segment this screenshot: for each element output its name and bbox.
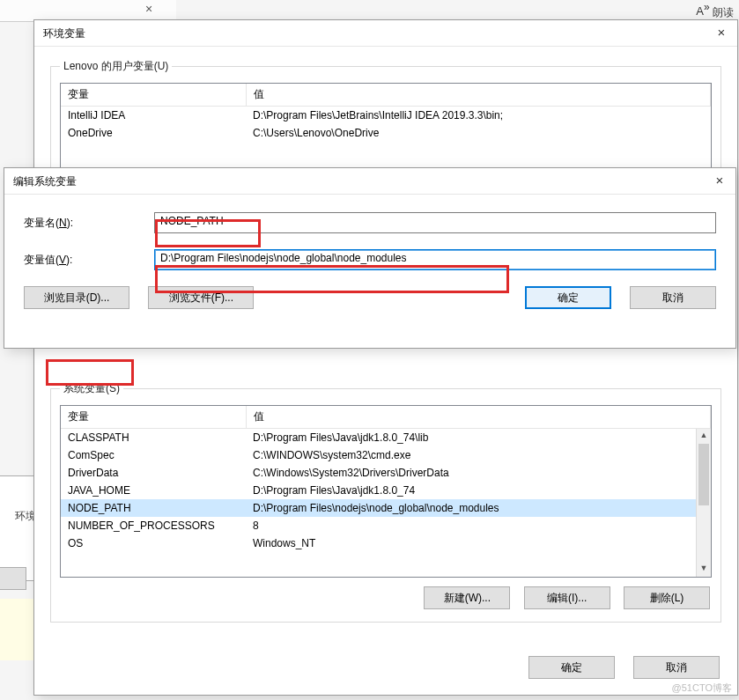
table-row[interactable]: DriverDataC:\Windows\System32\Drivers\Dr… (61, 464, 711, 482)
dialog-titlebar[interactable]: 编辑系统变量 × (4, 168, 735, 195)
edit-system-variable-dialog: 编辑系统变量 × 变量名(N): NODE_PATH 变量值(V): D:\Pr… (4, 167, 736, 349)
col-value[interactable]: 值 (246, 406, 711, 429)
cancel-button[interactable]: 取消 (633, 656, 720, 679)
dialog-title: 环境变量 (43, 27, 85, 40)
variable-value-input[interactable]: D:\Program Files\nodejs\node_global\node… (154, 249, 716, 270)
reader-indicator: A» 朗读 (696, 2, 734, 20)
system-variables-legend: 系统变量(S) (60, 381, 123, 396)
variable-name-input[interactable]: NODE_PATH (154, 212, 716, 233)
edit-button[interactable]: 编辑(I)... (524, 586, 610, 609)
user-variables-legend: Lenovo 的用户变量(U) (60, 59, 172, 74)
table-row[interactable]: ComSpecC:\WINDOWS\system32\cmd.exe (61, 446, 711, 464)
ok-button[interactable]: 确定 (525, 286, 611, 309)
scroll-up-icon[interactable]: ▲ (697, 429, 711, 444)
bg-cancel-button[interactable]: 消 (0, 567, 26, 590)
close-icon[interactable]: × (711, 173, 728, 190)
table-row[interactable]: CLASSPATHD:\Program Files\Java\jdk1.8.0_… (61, 429, 711, 447)
cancel-button[interactable]: 取消 (630, 286, 716, 309)
browse-file-button[interactable]: 浏览文件(F)... (148, 286, 254, 309)
table-row[interactable]: JAVA_HOMED:\Program Files\Java\jdk1.8.0_… (61, 482, 711, 499)
ok-button[interactable]: 确定 (528, 656, 615, 679)
new-button[interactable]: 新建(W)... (424, 586, 510, 609)
col-variable[interactable]: 变量 (61, 406, 246, 429)
system-variables-group: 系统变量(S) 变量 值 CLASSPATHD:\Program Files\J… (50, 381, 721, 623)
system-variables-table[interactable]: 变量 值 CLASSPATHD:\Program Files\Java\jdk1… (60, 405, 712, 578)
close-icon[interactable]: × (145, 2, 152, 16)
table-row[interactable]: NODE_PATHD:\Program Files\nodejs\node_gl… (61, 499, 711, 517)
table-row[interactable]: OSWindows_NT (61, 534, 711, 552)
col-variable[interactable]: 变量 (61, 84, 246, 107)
environment-variables-dialog: 环境变量 × Lenovo 的用户变量(U) 变量 值 IntelliJ IDE… (33, 19, 738, 696)
scrollbar[interactable]: ▲ ▼ (696, 429, 711, 577)
table-row[interactable]: OneDriveC:\Users\Lenovo\OneDrive (61, 124, 711, 142)
table-row[interactable]: NUMBER_OF_PROCESSORS8 (61, 517, 711, 534)
watermark: @51CTO博客 (672, 682, 732, 695)
scroll-down-icon[interactable]: ▼ (697, 562, 711, 577)
variable-name-label: 变量名(N): (24, 216, 154, 231)
browse-directory-button[interactable]: 浏览目录(D)... (24, 286, 129, 309)
dialog-titlebar[interactable]: 环境变量 × (34, 20, 737, 47)
col-value[interactable]: 值 (246, 84, 711, 107)
user-variables-table[interactable]: 变量 值 IntelliJ IDEAD:\Program Files\JetBr… (60, 83, 712, 169)
dialog-title: 编辑系统变量 (13, 175, 77, 188)
table-row[interactable]: IntelliJ IDEAD:\Program Files\JetBrains\… (61, 107, 711, 125)
close-icon[interactable]: × (713, 25, 730, 42)
scroll-thumb[interactable] (698, 444, 709, 505)
delete-button[interactable]: 删除(L) (624, 586, 710, 609)
variable-value-label: 变量值(V): (24, 253, 154, 268)
user-variables-group: Lenovo 的用户变量(U) 变量 值 IntelliJ IDEAD:\Pro… (50, 59, 721, 181)
bg-panel (0, 475, 35, 581)
